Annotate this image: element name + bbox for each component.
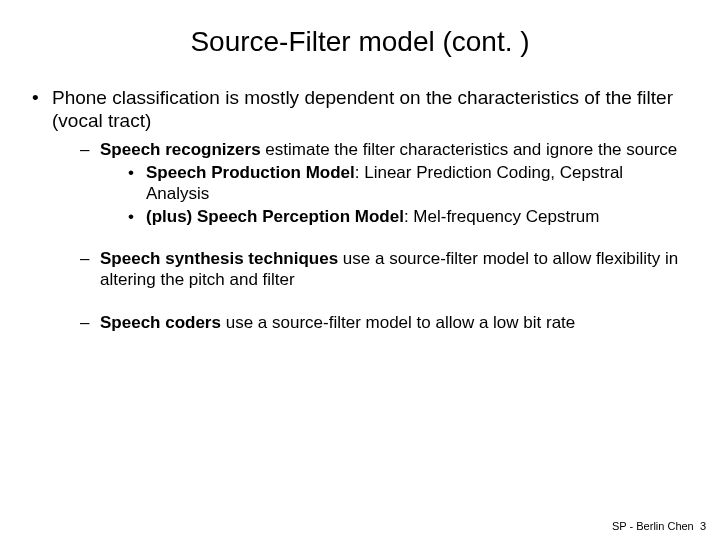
- sub-tail-recognizers: estimate the filter characteristics and …: [261, 140, 678, 159]
- sub-lead-recognizers: Speech recognizers: [100, 140, 261, 159]
- footer-credit: SP - Berlin Chen: [612, 520, 694, 532]
- sub2-lead-production: Speech Production Model: [146, 163, 355, 182]
- sub2-tail-perception: Mel-frequency Cepstrum: [413, 207, 599, 226]
- sub2-colon-perception: :: [404, 207, 413, 226]
- slide-title: Source-Filter model (cont. ): [0, 0, 720, 86]
- bullet-item-main: Phone classification is mostly dependent…: [32, 86, 690, 333]
- sub-item-coders: Speech coders use a source-filter model …: [80, 313, 690, 334]
- sub-lead-coders: Speech coders: [100, 313, 221, 332]
- sub2-item-production: Speech Production Model: Linear Predicti…: [128, 163, 690, 204]
- slide-footer: SP - Berlin Chen 3: [612, 520, 706, 532]
- sub-item-recognizers: Speech recognizers estimate the filter c…: [80, 140, 690, 227]
- slide: Source-Filter model (cont. ) Phone class…: [0, 0, 720, 540]
- bullet-list-l1: Phone classification is mostly dependent…: [32, 86, 690, 333]
- sub-item-synthesis: Speech synthesis techniques use a source…: [80, 249, 690, 290]
- bullet-list-l2: Speech recognizers estimate the filter c…: [52, 140, 690, 333]
- bullet-list-l3: Speech Production Model: Linear Predicti…: [100, 163, 690, 227]
- sub2-lead-perception: (plus) Speech Perception Model: [146, 207, 404, 226]
- slide-body: Phone classification is mostly dependent…: [0, 86, 720, 333]
- footer-page: 3: [700, 520, 706, 532]
- sub-tail-coders: use a source-filter model to allow a low…: [221, 313, 575, 332]
- sub-lead-synthesis: Speech synthesis techniques: [100, 249, 338, 268]
- sub2-colon-production: :: [355, 163, 364, 182]
- main-bullet-text: Phone classification is mostly dependent…: [52, 87, 673, 131]
- sub2-item-perception: (plus) Speech Perception Model: Mel-freq…: [128, 207, 690, 228]
